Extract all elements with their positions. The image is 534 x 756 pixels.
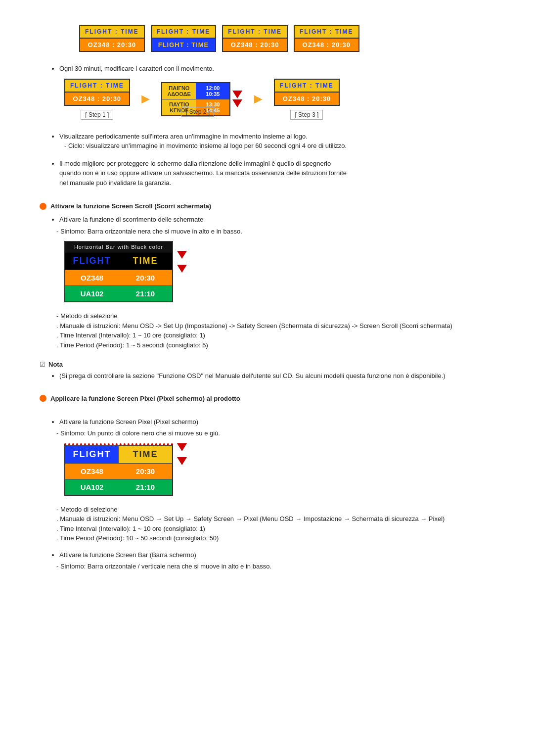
- note-label: Nota: [48, 361, 63, 368]
- card4-body: OZ348 : 20:30: [295, 39, 358, 51]
- section2-sub2: - Metodo di selezione: [56, 505, 494, 515]
- bullet-section-2: Visualizzare periodicamente sull'intera …: [49, 132, 494, 151]
- bullet3-text3: nel manuale può invalidare la garanzia.: [59, 179, 171, 187]
- orange-dot-1: [40, 203, 46, 210]
- section2-sub4: . Time Interval (Intervallo): 1 ~ 10 ore…: [56, 524, 494, 534]
- step2-label: [ Step 2 ]: [181, 107, 214, 117]
- step3-card: FLIGHT : TIME OZ348 : 20:30: [274, 79, 340, 106]
- bullet-section-3: Il modo migliore per proteggere lo scher…: [49, 159, 494, 188]
- card3-header: FLIGHT : TIME: [223, 26, 287, 39]
- bullet3-item: Il modo migliore per proteggere lo scher…: [59, 159, 494, 188]
- card1-body: OZ348 : 20:30: [80, 39, 144, 51]
- section1-sub1: - Sintomo: Barra orizzontale nera che si…: [56, 227, 494, 236]
- note-icon: ☑: [40, 361, 45, 368]
- step3-label: [ Step 3 ]: [290, 110, 323, 120]
- bullet2-text: Visualizzare periodicamente sull'intera …: [59, 132, 494, 151]
- hbar-row-3: UA102 21:10: [65, 285, 172, 301]
- hbar-row-2: OZ348 20:30: [65, 270, 172, 285]
- section1-header: Attivare la funzione Screen Scroll (Scor…: [40, 202, 494, 210]
- note-content: (Si prega di controllare la sezione "Fun…: [49, 371, 494, 381]
- pixel-cell-flight: FLIGHT: [65, 446, 119, 463]
- card2-header: FLIGHT : TIME: [152, 26, 216, 39]
- hbar-cell-2030: 20:30: [119, 270, 172, 285]
- section2-header: Applicare la funzione Screen Pixel (Pixe…: [40, 395, 494, 402]
- hbar-red-arrows: [177, 251, 187, 273]
- section2-content: Attivare la funzione Screen Pixel (Pixel…: [49, 417, 494, 571]
- bullet2-main: Visualizzare periodicamente sull'intera …: [59, 133, 308, 140]
- orange-dot-2: [40, 395, 46, 402]
- section1-title: Attivare la funzione Screen Scroll (Scor…: [50, 202, 211, 210]
- step1-body: OZ348 : 20:30: [65, 93, 129, 105]
- hbar-cell-ua102: UA102: [65, 286, 119, 301]
- section2-sub5: . Time Period (Periodo): 10 ~ 50 secondi…: [56, 533, 494, 543]
- step3-container: FLIGHT : TIME OZ348 : 20:30 [ Step 3 ]: [274, 79, 340, 120]
- card2-body: FLIGHT : TIME: [152, 39, 216, 51]
- flight-time-card-2: FLIGHT : TIME FLIGHT : TIME: [151, 25, 217, 52]
- section2-sub6: - Sintomo: Barra orizzontale / verticale…: [56, 562, 494, 571]
- bullet2-sub: - Ciclo: visualizzare un'immagine in mov…: [64, 141, 494, 151]
- step2-cell2: 12:0010:35: [196, 83, 229, 99]
- step1-header: FLIGHT : TIME: [65, 80, 129, 93]
- bullet1-text: Ogni 30 minuti, modificare i caratteri c…: [59, 64, 494, 74]
- step2-row1: ΠΑΙΓΝΟΛΔΟΟΔΕ 12:0010:35: [162, 83, 229, 99]
- hbar-cell-2110: 21:10: [119, 286, 172, 301]
- pixel-cell-ua102: UA102: [65, 479, 119, 495]
- hbar-cell-oz348: OZ348: [65, 270, 119, 285]
- section2-bullet1: Attivare la funzione Screen Pixel (Pixel…: [59, 417, 494, 427]
- hbar-cell-flight: FLIGHT: [65, 252, 119, 270]
- step3-body: OZ348 : 20:30: [275, 93, 339, 105]
- section1-sub5: . Time Period (Periodo): 1 ~ 5 secondi (…: [56, 340, 494, 350]
- pixel-cell-2110: 21:10: [119, 479, 172, 495]
- flight-time-card-1: FLIGHT : TIME OZ348 : 20:30: [79, 25, 145, 52]
- flight-time-card-4: FLIGHT : TIME OZ348 : 20:30: [294, 25, 359, 52]
- bullet3-text2: quando non è in uso oppure attivare un s…: [59, 169, 347, 177]
- section2-sub3: . Manuale di istruzioni: Menu OSD → Set …: [56, 514, 494, 524]
- pixel-cell-2030: 20:30: [119, 464, 172, 479]
- note-section: ☑ Nota (Si prega di controllare la sezio…: [40, 361, 494, 381]
- bullet3-text1: Il modo migliore per proteggere lo scher…: [59, 160, 331, 167]
- pixel-table: FLIGHT TIME OZ348 20:30 UA102 21:10: [64, 443, 173, 496]
- arrow-2: ►: [251, 91, 265, 107]
- section2-title: Applicare la funzione Screen Pixel (Pixe…: [50, 395, 240, 402]
- pixel-red-arrow-1: [177, 443, 187, 451]
- section1-sub2: - Metodo di selezione: [56, 311, 494, 321]
- pixel-red-arrow-2: [177, 457, 187, 465]
- section1-sub3: . Manuale di istruzioni: Menu OSD -> Set…: [56, 321, 494, 331]
- hbar-header: Horizontal Bar with Black color: [65, 242, 172, 252]
- pixel-row-3: UA102 21:10: [65, 479, 172, 495]
- pixel-cell-time: TIME: [119, 446, 172, 463]
- step1-card: FLIGHT : TIME OZ348 : 20:30: [64, 79, 130, 106]
- pixel-cell-oz348: OZ348: [65, 464, 119, 479]
- hbar-table: Horizontal Bar with Black color FLIGHT T…: [64, 241, 173, 302]
- section2-sub1: - Sintomo: Un punto di colore nero che s…: [56, 428, 494, 438]
- section1-content: Attivare la funzione di scorrimento dell…: [49, 215, 494, 350]
- hbar-red-arrow-1: [177, 251, 187, 259]
- note-text: (Si prega di controllare la sezione "Fun…: [59, 371, 494, 381]
- pixel-row-1: FLIGHT TIME: [65, 445, 172, 463]
- section1-sub4: . Time Interval (Intervallo): 1 ~ 10 ore…: [56, 331, 494, 340]
- card3-body: OZ348 : 20:30: [223, 39, 287, 51]
- red-arrow-1: [232, 91, 242, 98]
- pixel-row-2: OZ348 20:30: [65, 463, 172, 479]
- card4-header: FLIGHT : TIME: [295, 26, 358, 39]
- bullet-section-1: Ogni 30 minuti, modificare i caratteri c…: [49, 64, 494, 117]
- hbar-red-arrow-2: [177, 265, 187, 273]
- pixel-red-arrows: [177, 443, 187, 465]
- step2-cell1: ΠΑΙΓΝΟΛΔΟΟΔΕ: [162, 83, 196, 99]
- cards-row-top: FLIGHT : TIME OZ348 : 20:30 FLIGHT : TIM…: [79, 25, 494, 52]
- section2-bullet2: Attivare la funzione Screen Bar (Barra s…: [59, 550, 494, 560]
- step3-header: FLIGHT : TIME: [275, 80, 339, 93]
- section1-bullet1: Attivare la funzione di scorrimento dell…: [59, 215, 494, 225]
- hbar-cell-time: TIME: [119, 252, 172, 270]
- hbar-row-black: FLIGHT TIME: [65, 252, 172, 270]
- card1-header: FLIGHT : TIME: [80, 26, 144, 39]
- flight-time-card-3: FLIGHT : TIME OZ348 : 20:30: [222, 25, 288, 52]
